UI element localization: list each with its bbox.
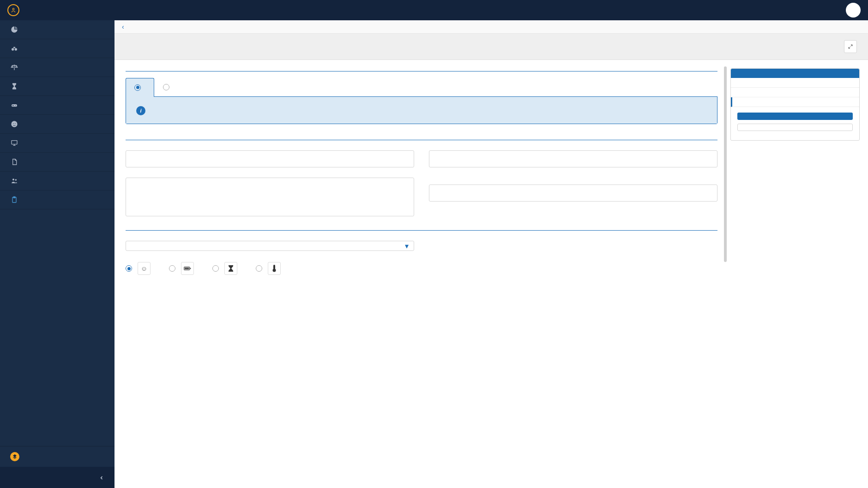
template-select[interactable]: [126, 241, 414, 251]
survey-summary-card: [730, 68, 860, 141]
sidebar-item-sentiment[interactable]: [0, 115, 115, 134]
svg-point-8: [13, 123, 13, 124]
save-button[interactable]: [737, 113, 853, 120]
svg-rect-6: [12, 105, 14, 106]
name-input[interactable]: [126, 150, 414, 167]
chevron-left-icon: [99, 475, 104, 481]
icon-family-option-smiley[interactable]: ☺: [126, 262, 151, 275]
binoculars-icon: [10, 44, 18, 53]
topbar: [0, 0, 868, 20]
scale-icon: [10, 63, 18, 71]
thermometer-icon: [268, 262, 281, 275]
battery-icon: [181, 262, 194, 275]
question-input[interactable]: [429, 150, 717, 167]
svg-rect-14: [13, 196, 15, 198]
radio-icon: [169, 265, 175, 272]
description-input[interactable]: [126, 178, 414, 216]
sidebar: [0, 20, 115, 488]
sidebar-item-stability[interactable]: [0, 58, 115, 77]
svg-point-19: [273, 269, 276, 272]
survey-type-info-box: i: [126, 96, 717, 124]
section-title-survey-type: [126, 69, 717, 71]
svg-point-1: [12, 48, 14, 50]
sidebar-item-performance[interactable]: [0, 96, 115, 115]
sidebar-item-overview[interactable]: [0, 20, 115, 39]
main-form: i: [115, 60, 729, 488]
svg-rect-17: [185, 268, 189, 269]
scrollbar[interactable]: [724, 66, 727, 262]
radio-icon: [134, 84, 141, 91]
svg-point-11: [12, 179, 14, 180]
icon-family-option-thermometer[interactable]: [256, 262, 281, 275]
icon-family-option-battery[interactable]: [169, 262, 194, 275]
switch-app-icon: [10, 452, 19, 461]
smiley-icon: ☺: [138, 262, 151, 275]
svg-rect-3: [13, 47, 15, 48]
svg-rect-10: [12, 141, 17, 144]
sidebar-item-surveys[interactable]: [0, 190, 115, 209]
svg-rect-4: [12, 104, 17, 107]
expand-button[interactable]: [844, 40, 857, 53]
link-input[interactable]: [429, 184, 717, 202]
smiley-icon: [10, 120, 18, 128]
radio-icon: [163, 84, 169, 90]
svg-point-12: [15, 179, 17, 180]
clipboard-icon: [10, 196, 18, 204]
gamepad-icon: [10, 101, 18, 109]
sidebar-item-devices[interactable]: [0, 134, 115, 153]
link-label: [429, 174, 717, 181]
document-icon: [10, 158, 18, 166]
info-icon: i: [136, 106, 145, 115]
svg-point-2: [15, 48, 17, 50]
svg-point-7: [11, 121, 17, 127]
hourglass-icon: [10, 82, 18, 90]
expand-icon: [848, 44, 853, 49]
users-icon: [10, 177, 18, 185]
sidebar-item-responsiveness[interactable]: [0, 77, 115, 96]
sidebar-collapse-button[interactable]: [0, 467, 115, 488]
monitor-icon: [10, 139, 18, 147]
summary-title: [731, 69, 859, 78]
pie-chart-icon: [10, 25, 18, 34]
svg-rect-16: [190, 268, 191, 269]
tab-user-sentiment[interactable]: [126, 78, 154, 96]
radio-icon: [256, 265, 262, 272]
sidebar-item-users[interactable]: [0, 172, 115, 190]
icon-family-option-hourglass[interactable]: [212, 262, 237, 275]
sidebar-item-software[interactable]: [0, 153, 115, 172]
radio-icon: [126, 265, 132, 272]
tab-general-purpose[interactable]: [154, 78, 183, 96]
switch-app-button[interactable]: [0, 446, 115, 467]
hourglass-icon: [224, 262, 237, 275]
product-logo-icon: [7, 4, 19, 16]
section-title-details: [126, 138, 717, 140]
svg-point-9: [15, 123, 15, 124]
breadcrumb[interactable]: [115, 20, 868, 34]
section-title-responses: [126, 228, 717, 231]
avatar[interactable]: [846, 3, 861, 18]
radio-icon: [212, 265, 219, 272]
svg-point-5: [15, 105, 16, 106]
cancel-button[interactable]: [737, 124, 853, 131]
sidebar-item-categories[interactable]: [0, 39, 115, 58]
svg-point-0: [12, 8, 14, 10]
